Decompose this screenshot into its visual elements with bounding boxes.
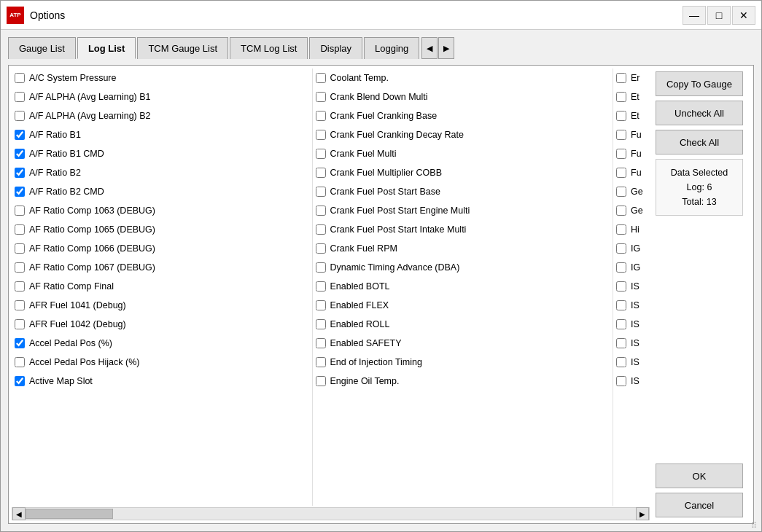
list-item[interactable]: AF Ratio Comp 1067 (DEBUG): [12, 258, 312, 277]
list-item[interactable]: Enabled BOTL: [313, 277, 613, 296]
list-item[interactable]: Fu: [613, 125, 650, 144]
list-item-label: A/F Ratio B1 CMD: [29, 149, 104, 159]
list-item[interactable]: Crank Fuel Multi: [313, 144, 613, 163]
list-item-label: Engine Oil Temp.: [330, 376, 400, 386]
list-item[interactable]: Coolant Temp.: [313, 69, 613, 87]
horizontal-scrollbar: ◀ ▶: [12, 507, 650, 520]
tab-tcm-gauge-list[interactable]: TCM Gauge List: [137, 37, 228, 59]
list-item-label: Crank Fuel Cranking Decay Rate: [330, 130, 464, 140]
list-item[interactable]: Crank Fuel Multiplier COBB: [313, 163, 613, 182]
tab-tcm-log-list[interactable]: TCM Log List: [230, 37, 308, 59]
list-item[interactable]: Crank Fuel Post Start Base: [313, 182, 613, 201]
tab-nav-right[interactable]: ▶: [438, 37, 454, 59]
list-item[interactable]: Ge: [613, 201, 650, 220]
list-item-label: Accel Pedal Pos Hijack (%): [29, 357, 139, 367]
data-selected-label: Data Selected: [662, 165, 736, 180]
list-item[interactable]: IS: [613, 372, 650, 391]
list-item[interactable]: Dynamic Timing Advance (DBA): [313, 258, 613, 277]
list-item[interactable]: A/F Ratio B1: [12, 125, 312, 144]
scroll-thumb[interactable]: [26, 509, 113, 519]
list-item[interactable]: AFR Fuel 1041 (Debug): [12, 296, 312, 315]
scroll-right-button[interactable]: ▶: [636, 507, 649, 520]
list-item[interactable]: Enabled SAFETY: [313, 334, 613, 353]
list-item[interactable]: Et: [613, 87, 650, 106]
list-item[interactable]: Enabled ROLL: [313, 315, 613, 334]
list-item[interactable]: Crank Fuel Cranking Base: [313, 106, 613, 125]
list-item-label: Crank Fuel Post Start Base: [330, 187, 440, 197]
tab-nav-left[interactable]: ◀: [421, 37, 438, 59]
list-item-label: Crank Fuel Post Start Intake Multi: [330, 224, 467, 235]
list-item[interactable]: Accel Pedal Pos (%): [12, 334, 312, 353]
list-item[interactable]: A/F ALPHA (Avg Learning) B1: [12, 87, 312, 106]
list-col-2: Coolant Temp.Crank Blend Down MultiCrank…: [313, 69, 614, 506]
minimize-button[interactable]: —: [683, 6, 706, 25]
list-item[interactable]: Crank Fuel Post Start Intake Multi: [313, 220, 613, 239]
list-item[interactable]: AFR Fuel 1042 (Debug): [12, 315, 312, 334]
list-item[interactable]: IS: [613, 296, 650, 315]
list-item[interactable]: Fu: [613, 163, 650, 182]
close-button[interactable]: ✕: [732, 6, 755, 25]
list-area: A/C System PressureA/F ALPHA (Avg Learni…: [12, 69, 650, 520]
list-item[interactable]: Crank Fuel Cranking Decay Rate: [313, 125, 613, 144]
list-item[interactable]: Er: [613, 69, 650, 87]
list-item[interactable]: A/F Ratio B2: [12, 163, 312, 182]
list-item[interactable]: IG: [613, 258, 650, 277]
list-item[interactable]: IS: [613, 334, 650, 353]
list-item-label: Crank Blend Down Multi: [330, 92, 428, 102]
list-item[interactable]: Fu: [613, 144, 650, 163]
window-controls: — □ ✕: [683, 6, 755, 25]
resize-handle[interactable]: ⠿: [751, 521, 760, 530]
list-item-label: A/F Ratio B2 CMD: [29, 187, 104, 197]
maximize-button[interactable]: □: [707, 6, 731, 25]
list-item-label: Accel Pedal Pos (%): [29, 338, 112, 348]
list-col-3: ErEtEtFuFuFuGeGeHiIGIGISISISISISIS: [613, 69, 650, 506]
list-item[interactable]: End of Injection Timing: [313, 353, 613, 372]
scroll-left-button[interactable]: ◀: [12, 507, 26, 520]
list-item[interactable]: A/F ALPHA (Avg Learning) B2: [12, 106, 312, 125]
list-item[interactable]: AF Ratio Comp Final: [12, 277, 312, 296]
tab-display[interactable]: Display: [309, 37, 362, 59]
tab-log-list[interactable]: Log List: [77, 37, 136, 59]
list-item[interactable]: Crank Fuel Post Start Engine Multi: [313, 201, 613, 220]
list-item[interactable]: Hi: [613, 220, 650, 239]
list-item[interactable]: IS: [613, 277, 650, 296]
list-item-label: AF Ratio Comp 1067 (DEBUG): [29, 262, 155, 273]
list-item-label: AFR Fuel 1041 (Debug): [29, 300, 126, 310]
list-item[interactable]: A/F Ratio B2 CMD: [12, 182, 312, 201]
list-item-label: Enabled FLEX: [330, 300, 389, 310]
list-item[interactable]: IG: [613, 239, 650, 258]
list-item[interactable]: Ge: [613, 182, 650, 201]
list-item-label: IS: [631, 376, 639, 386]
copy-to-gauge-button[interactable]: Copy To Gauge: [656, 71, 743, 96]
list-item-label: A/C System Pressure: [29, 73, 116, 83]
tab-gauge-list[interactable]: Gauge List: [8, 37, 76, 59]
list-item[interactable]: AF Ratio Comp 1063 (DEBUG): [12, 201, 312, 220]
tab-logging[interactable]: Logging: [364, 37, 419, 59]
list-item-label: Active Map Slot: [29, 376, 93, 386]
list-item[interactable]: Crank Fuel RPM: [313, 239, 613, 258]
list-item-label: Enabled BOTL: [330, 281, 390, 292]
tabs-row: Gauge List Log List TCM Gauge List TCM L…: [8, 37, 754, 59]
ok-button[interactable]: OK: [656, 463, 743, 488]
list-item[interactable]: A/C System Pressure: [12, 69, 312, 87]
list-item[interactable]: AF Ratio Comp 1066 (DEBUG): [12, 239, 312, 258]
list-item[interactable]: Accel Pedal Pos Hijack (%): [12, 353, 312, 372]
list-item[interactable]: Crank Blend Down Multi: [313, 87, 613, 106]
list-item-label: AFR Fuel 1042 (Debug): [29, 319, 126, 329]
list-item[interactable]: Active Map Slot: [12, 372, 312, 391]
scroll-track[interactable]: [26, 508, 636, 520]
list-item[interactable]: Enabled FLEX: [313, 296, 613, 315]
list-item[interactable]: A/F Ratio B1 CMD: [12, 144, 312, 163]
list-item[interactable]: AF Ratio Comp 1065 (DEBUG): [12, 220, 312, 239]
list-item[interactable]: IS: [613, 315, 650, 334]
list-item-label: A/F ALPHA (Avg Learning) B2: [29, 111, 151, 121]
list-item-label: Crank Fuel Multi: [330, 149, 397, 159]
list-item[interactable]: Engine Oil Temp.: [313, 372, 613, 391]
list-item[interactable]: IS: [613, 353, 650, 372]
list-item[interactable]: Et: [613, 106, 650, 125]
uncheck-all-button[interactable]: Uncheck All: [656, 101, 743, 125]
list-item-label: Crank Fuel Multiplier COBB: [330, 168, 443, 178]
cancel-button[interactable]: Cancel: [656, 493, 743, 517]
list-item-label: A/F ALPHA (Avg Learning) B1: [29, 92, 151, 102]
check-all-button[interactable]: Check All: [656, 130, 743, 154]
